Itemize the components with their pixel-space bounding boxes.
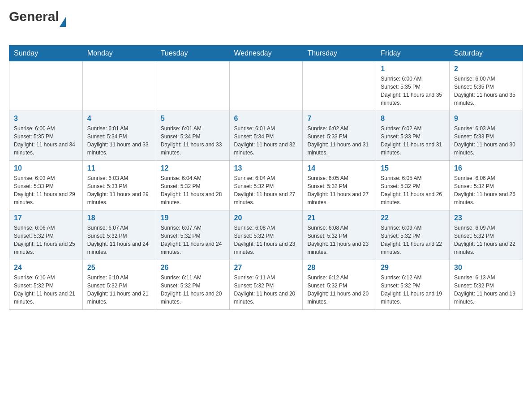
- calendar-cell: 1Sunrise: 6:00 AM Sunset: 5:35 PM Daylig…: [376, 61, 450, 111]
- day-number: 23: [454, 214, 518, 222]
- calendar-cell: 7Sunrise: 6:02 AM Sunset: 5:33 PM Daylig…: [303, 111, 376, 161]
- day-info: Sunrise: 6:01 AM Sunset: 5:34 PM Dayligh…: [234, 124, 298, 157]
- day-of-week-header: Saturday: [450, 46, 523, 61]
- calendar-cell: 16Sunrise: 6:06 AM Sunset: 5:32 PM Dayli…: [450, 161, 523, 210]
- day-info: Sunrise: 6:05 AM Sunset: 5:32 PM Dayligh…: [381, 174, 445, 206]
- calendar-cell: 27Sunrise: 6:11 AM Sunset: 5:32 PM Dayli…: [229, 260, 303, 310]
- day-of-week-header: Tuesday: [156, 46, 229, 61]
- calendar-cell: 15Sunrise: 6:05 AM Sunset: 5:32 PM Dayli…: [376, 161, 450, 210]
- day-info: Sunrise: 6:09 AM Sunset: 5:32 PM Dayligh…: [454, 224, 518, 256]
- day-number: 18: [87, 214, 151, 222]
- logo-triangle-icon: [60, 17, 66, 27]
- day-number: 20: [234, 214, 298, 222]
- day-number: 21: [307, 214, 371, 222]
- day-number: 8: [381, 115, 445, 123]
- day-info: Sunrise: 6:06 AM Sunset: 5:32 PM Dayligh…: [454, 174, 518, 206]
- day-of-week-header: Monday: [82, 46, 156, 61]
- day-number: 15: [381, 164, 445, 172]
- calendar-cell: 30Sunrise: 6:13 AM Sunset: 5:32 PM Dayli…: [450, 260, 523, 310]
- calendar-cell: 2Sunrise: 6:00 AM Sunset: 5:35 PM Daylig…: [450, 61, 523, 111]
- day-number: 13: [234, 164, 298, 172]
- calendar-cell: 26Sunrise: 6:11 AM Sunset: 5:32 PM Dayli…: [156, 260, 229, 310]
- calendar-cell: 28Sunrise: 6:12 AM Sunset: 5:32 PM Dayli…: [303, 260, 376, 310]
- day-number: 19: [161, 214, 225, 222]
- day-info: Sunrise: 6:12 AM Sunset: 5:32 PM Dayligh…: [307, 274, 371, 306]
- day-info: Sunrise: 6:11 AM Sunset: 5:32 PM Dayligh…: [234, 274, 298, 306]
- calendar-cell: 29Sunrise: 6:12 AM Sunset: 5:32 PM Dayli…: [376, 260, 450, 310]
- calendar-week-row: 17Sunrise: 6:06 AM Sunset: 5:32 PM Dayli…: [9, 210, 523, 260]
- day-info: Sunrise: 6:05 AM Sunset: 5:32 PM Dayligh…: [307, 174, 371, 206]
- day-of-week-header: Thursday: [303, 46, 376, 61]
- day-info: Sunrise: 6:00 AM Sunset: 5:35 PM Dayligh…: [381, 75, 445, 107]
- day-number: 27: [234, 264, 298, 272]
- day-info: Sunrise: 6:00 AM Sunset: 5:35 PM Dayligh…: [454, 75, 518, 107]
- day-number: 25: [87, 264, 151, 272]
- calendar-week-row: 24Sunrise: 6:10 AM Sunset: 5:32 PM Dayli…: [9, 260, 523, 310]
- day-number: 16: [454, 164, 518, 172]
- calendar-header-row: SundayMondayTuesdayWednesdayThursdayFrid…: [9, 46, 523, 61]
- day-of-week-header: Friday: [376, 46, 450, 61]
- calendar-cell: [9, 61, 83, 111]
- day-info: Sunrise: 6:02 AM Sunset: 5:33 PM Dayligh…: [307, 124, 371, 157]
- calendar-cell: 9Sunrise: 6:03 AM Sunset: 5:33 PM Daylig…: [450, 111, 523, 161]
- calendar-cell: 25Sunrise: 6:10 AM Sunset: 5:32 PM Dayli…: [82, 260, 156, 310]
- day-of-week-header: Wednesday: [229, 46, 303, 61]
- calendar-cell: 3Sunrise: 6:00 AM Sunset: 5:35 PM Daylig…: [9, 111, 83, 161]
- calendar-cell: 17Sunrise: 6:06 AM Sunset: 5:32 PM Dayli…: [9, 210, 83, 260]
- day-number: 14: [307, 164, 371, 172]
- day-info: Sunrise: 6:04 AM Sunset: 5:32 PM Dayligh…: [161, 174, 225, 206]
- day-info: Sunrise: 6:10 AM Sunset: 5:32 PM Dayligh…: [14, 274, 78, 306]
- day-info: Sunrise: 6:07 AM Sunset: 5:32 PM Dayligh…: [87, 224, 151, 256]
- calendar-cell: [156, 61, 229, 111]
- day-info: Sunrise: 6:03 AM Sunset: 5:33 PM Dayligh…: [87, 174, 151, 206]
- day-number: 24: [14, 264, 78, 272]
- calendar-cell: 13Sunrise: 6:04 AM Sunset: 5:32 PM Dayli…: [229, 161, 303, 210]
- day-number: 26: [161, 264, 225, 272]
- calendar-cell: 6Sunrise: 6:01 AM Sunset: 5:34 PM Daylig…: [229, 111, 303, 161]
- day-number: 17: [14, 214, 78, 222]
- logo: General: [9, 9, 66, 38]
- day-info: Sunrise: 6:08 AM Sunset: 5:32 PM Dayligh…: [234, 224, 298, 256]
- day-info: Sunrise: 6:11 AM Sunset: 5:32 PM Dayligh…: [161, 274, 225, 306]
- day-number: 29: [381, 264, 445, 272]
- day-number: 10: [14, 164, 78, 172]
- day-info: Sunrise: 6:10 AM Sunset: 5:32 PM Dayligh…: [87, 274, 151, 306]
- day-number: 5: [161, 115, 225, 123]
- day-number: 1: [381, 65, 445, 73]
- calendar-cell: 24Sunrise: 6:10 AM Sunset: 5:32 PM Dayli…: [9, 260, 83, 310]
- calendar-cell: 14Sunrise: 6:05 AM Sunset: 5:32 PM Dayli…: [303, 161, 376, 210]
- day-number: 22: [381, 214, 445, 222]
- day-info: Sunrise: 6:00 AM Sunset: 5:35 PM Dayligh…: [14, 124, 78, 157]
- day-info: Sunrise: 6:04 AM Sunset: 5:32 PM Dayligh…: [234, 174, 298, 206]
- calendar-cell: 19Sunrise: 6:07 AM Sunset: 5:32 PM Dayli…: [156, 210, 229, 260]
- day-info: Sunrise: 6:02 AM Sunset: 5:33 PM Dayligh…: [381, 124, 445, 157]
- calendar-table: SundayMondayTuesdayWednesdayThursdayFrid…: [9, 45, 523, 310]
- calendar-cell: 20Sunrise: 6:08 AM Sunset: 5:32 PM Dayli…: [229, 210, 303, 260]
- day-info: Sunrise: 6:09 AM Sunset: 5:32 PM Dayligh…: [381, 224, 445, 256]
- calendar-cell: 12Sunrise: 6:04 AM Sunset: 5:32 PM Dayli…: [156, 161, 229, 210]
- calendar-cell: [82, 61, 156, 111]
- day-number: 9: [454, 115, 518, 123]
- day-number: 28: [307, 264, 371, 272]
- day-info: Sunrise: 6:13 AM Sunset: 5:32 PM Dayligh…: [454, 274, 518, 306]
- calendar-week-row: 10Sunrise: 6:03 AM Sunset: 5:33 PM Dayli…: [9, 161, 523, 210]
- calendar-cell: 8Sunrise: 6:02 AM Sunset: 5:33 PM Daylig…: [376, 111, 450, 161]
- day-number: 3: [14, 115, 78, 123]
- day-info: Sunrise: 6:03 AM Sunset: 5:33 PM Dayligh…: [14, 174, 78, 206]
- day-number: 30: [454, 264, 518, 272]
- calendar-week-row: 1Sunrise: 6:00 AM Sunset: 5:35 PM Daylig…: [9, 61, 523, 111]
- calendar-cell: [229, 61, 303, 111]
- calendar-cell: 10Sunrise: 6:03 AM Sunset: 5:33 PM Dayli…: [9, 161, 83, 210]
- day-info: Sunrise: 6:03 AM Sunset: 5:33 PM Dayligh…: [454, 124, 518, 157]
- day-number: 11: [87, 164, 151, 172]
- day-info: Sunrise: 6:08 AM Sunset: 5:32 PM Dayligh…: [307, 224, 371, 256]
- day-info: Sunrise: 6:07 AM Sunset: 5:32 PM Dayligh…: [161, 224, 225, 256]
- day-info: Sunrise: 6:12 AM Sunset: 5:32 PM Dayligh…: [381, 274, 445, 306]
- calendar-cell: 11Sunrise: 6:03 AM Sunset: 5:33 PM Dayli…: [82, 161, 156, 210]
- day-of-week-header: Sunday: [9, 46, 83, 61]
- day-number: 7: [307, 115, 371, 123]
- day-number: 4: [87, 115, 151, 123]
- calendar-cell: 21Sunrise: 6:08 AM Sunset: 5:32 PM Dayli…: [303, 210, 376, 260]
- calendar-cell: 4Sunrise: 6:01 AM Sunset: 5:34 PM Daylig…: [82, 111, 156, 161]
- day-number: 2: [454, 65, 518, 73]
